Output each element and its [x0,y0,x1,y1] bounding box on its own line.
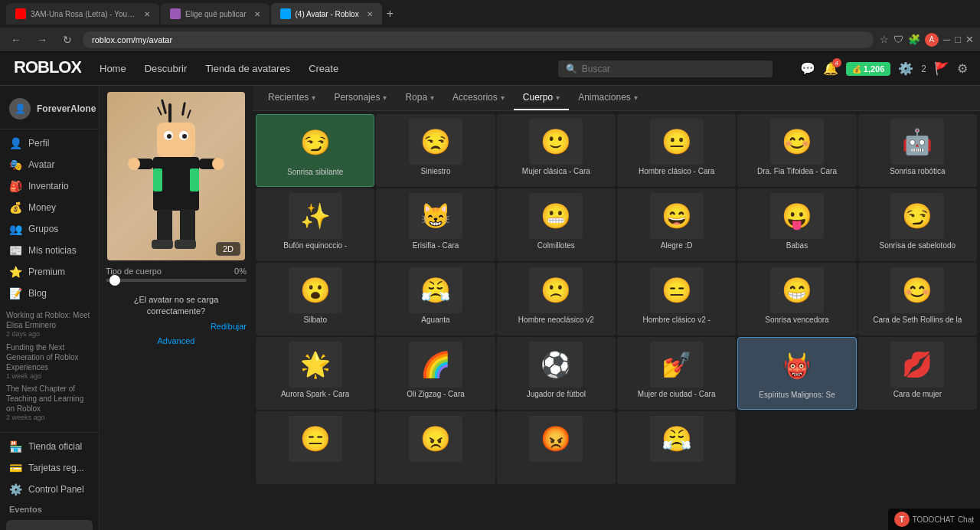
item-cell-18[interactable]: 🌟Aurora Spark - Cara [256,337,374,410]
cat-ropa[interactable]: Ropa ▾ [396,86,443,110]
sidebar-item-money[interactable]: 💰 Money [0,197,99,218]
chat-icon[interactable]: 💬 [800,61,815,76]
item-cell-2[interactable]: 🙂Mujer clásica - Cara [497,114,616,187]
sidebar-item-tienda[interactable]: 🏪 Tienda oficial [0,436,99,457]
settings-icon[interactable]: ⚙️ [898,61,913,76]
new-tab-button[interactable]: + [384,4,397,24]
item-cell-21[interactable]: 💅Mujer de ciudad - Cara [617,337,736,410]
tab-youtube[interactable]: 3AM-Una Rosa (Letra) - YouTube ✕ [6,3,159,25]
item-cell-5[interactable]: 🤖Sonrisa robótica [858,114,977,187]
grupos-label: Grupos [28,224,58,234]
sidebar-item-noticias[interactable]: 📰 Mis noticias [0,240,99,261]
nav-gear-icon[interactable]: ⚙ [957,61,968,76]
refresh-button[interactable]: ↻ [58,32,77,47]
item-cell-16[interactable]: 😁Sonrisa vencedora [737,263,856,335]
item-face-5: 🤖 [890,119,944,165]
svg-rect-14 [190,168,199,191]
svg-rect-13 [153,168,162,191]
item-name-13: Aguanta [421,315,449,325]
sidebar-item-inventario[interactable]: 🎒 Inventario [0,175,99,197]
item-name-14: Hombre neoclásico v2 [518,315,594,325]
sidebar-item-perfil[interactable]: 👤 Perfil [0,132,99,154]
item-cell-0[interactable]: 😏Sonrisa sibilante [256,114,374,187]
notifications-icon[interactable]: 🔔 4 [823,61,838,76]
item-cell-26[interactable]: 😡 [497,411,616,484]
item-cell-1[interactable]: 😒Siniestro [376,114,495,187]
item-cell-13[interactable]: 😤Aguanta [376,263,495,335]
item-name-2: Mujer clásica - Cara [522,166,590,176]
item-face-7: 😸 [409,193,462,239]
item-cell-24[interactable]: 😑 [256,411,374,484]
avatar-preview: 2D [107,92,245,260]
sidebar-item-avatar[interactable]: 🎭 Avatar [0,154,99,175]
item-cell-20[interactable]: ⚽Jugador de fútbol [497,337,616,410]
sidebar-item-tarjetas[interactable]: 💳 Tarjetas reg... [0,457,99,479]
advanced-link[interactable]: Advanced [106,335,247,347]
item-face-8: 😬 [529,193,583,239]
cat-animaciones[interactable]: Animaciones ▾ [569,86,647,110]
search-input[interactable] [582,64,765,74]
item-cell-7[interactable]: 😸Erisifia - Cara [376,188,495,261]
tab-avatar[interactable]: (4) Avatar - Roblox ✕ [271,3,382,25]
nav-discover[interactable]: Descubrir [145,63,188,74]
close-icon[interactable]: ✕ [965,34,974,45]
item-cell-8[interactable]: 😬Colmillotes [497,188,616,261]
sidebar-item-control[interactable]: ⚙️ Control Panel [0,479,99,500]
item-cell-9[interactable]: 😄Alegre :D [617,188,736,261]
item-cell-6[interactable]: ✨Bufón equinoccio - [256,188,374,261]
sidebar-item-premium[interactable]: ⭐ Premium [0,261,99,283]
sidebar-item-grupos[interactable]: 👥 Grupos [0,218,99,240]
redraw-button[interactable]: Redibujar [211,321,247,332]
item-cell-19[interactable]: 🌈Oli Zigzag - Cara [376,337,495,410]
minimize-icon[interactable]: ─ [943,34,950,45]
item-cell-15[interactable]: 😑Hombre clásico v2 - [617,263,736,335]
tab-youtube-label: 3AM-Una Rosa (Letra) - YouTube [31,10,136,18]
cat-recientes[interactable]: Recientes ▾ [259,86,325,110]
blog-post-1[interactable]: Funding the Next Generation of Roblox Ex… [6,342,93,381]
robux-button[interactable]: 💰 1,206 [846,62,891,76]
recientes-arrow: ▾ [312,93,315,102]
bottom-overlay: T TODOCHAT Chat [888,509,980,530]
url-input[interactable] [83,31,874,48]
avatar-2d-button[interactable]: 2D [216,242,240,256]
tab-roblox-choose[interactable]: Elige qué publicar ✕ [161,3,270,25]
maximize-icon[interactable]: □ [955,34,961,45]
star-icon[interactable]: ☆ [880,34,889,45]
body-slider[interactable] [106,279,247,282]
premium-icon: ⭐ [9,266,22,278]
blog-post-2[interactable]: The Next Chapter of Teaching and Learnin… [6,384,93,423]
profile-icon[interactable]: A [925,33,939,47]
sidebar-user[interactable]: 👤 ForeverAlone [0,92,99,126]
cat-personajes[interactable]: Personajes ▾ [325,86,396,110]
nav-home[interactable]: Home [100,63,126,74]
nav-create[interactable]: Create [309,63,338,74]
item-cell-27[interactable]: 😤 [617,411,736,484]
tab-avatar-close[interactable]: ✕ [367,10,373,18]
item-cell-11[interactable]: 😏Sonrisa de sabelotodo [858,188,977,261]
fashion-event-card[interactable]: The Fashion Brands 2021 [6,520,93,530]
item-cell-3[interactable]: 😐Hombre clásico - Cara [617,114,736,187]
back-button[interactable]: ← [6,32,26,47]
cat-accesorios[interactable]: Accesorios ▾ [443,86,514,110]
forward-button[interactable]: → [32,32,52,47]
sidebar-item-blog[interactable]: 📝 Blog [0,283,99,304]
item-face-9: 😄 [650,193,704,239]
todochat-icon: T [894,512,910,527]
nav-avatar-store[interactable]: Tienda de avatares [205,63,290,74]
extensions-icon[interactable]: 🧩 [908,34,920,45]
item-cell-22[interactable]: 👹Espíritus Malignos: Se [737,337,856,410]
nav-flag-icon[interactable]: 🚩 [934,61,949,76]
item-cell-14[interactable]: 🙁Hombre neoclásico v2 [497,263,616,335]
shield-icon[interactable]: 🛡 [893,34,903,45]
cat-cuerpo[interactable]: Cuerpo ▾ [514,86,569,110]
item-cell-25[interactable]: 😠 [376,411,495,484]
item-cell-4[interactable]: 😊Dra. Fia Tifoidea - Cara [737,114,856,187]
item-cell-10[interactable]: 😛Babas [737,188,856,261]
item-cell-23[interactable]: 💋Cara de mujer [858,337,977,410]
item-cell-17[interactable]: 😊Cara de Seth Rollins de la [858,263,977,335]
tab-youtube-close[interactable]: ✕ [144,10,150,18]
tab-roblox-choose-close[interactable]: ✕ [254,10,260,18]
body-slider-thumb[interactable] [109,275,120,286]
item-cell-12[interactable]: 😮Silbato [256,263,374,335]
blog-post-0[interactable]: Working at Roblox: Meet Elisa Erminero 2… [6,310,93,339]
